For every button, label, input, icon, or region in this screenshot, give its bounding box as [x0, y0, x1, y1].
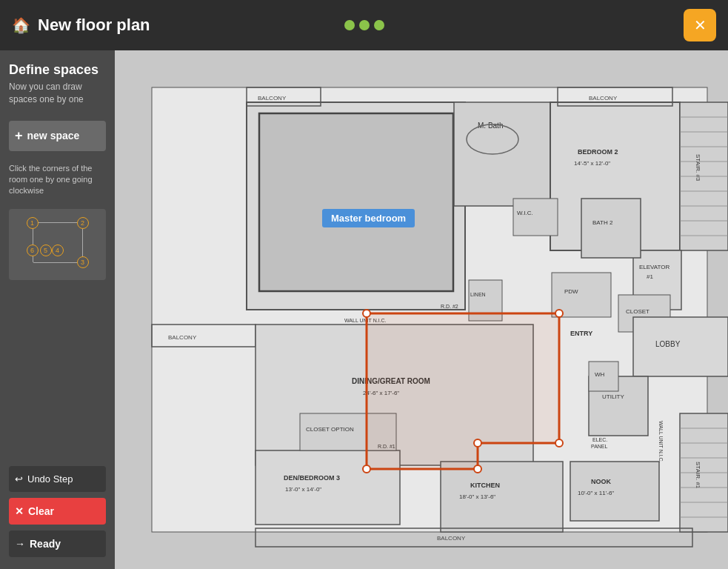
svg-text:WH: WH	[595, 371, 605, 378]
svg-text:WALL UNIT N.I.C.: WALL UNIT N.I.C.	[658, 421, 664, 463]
window-controls	[344, 20, 384, 30]
master-bedroom-label: Master bedroom	[322, 209, 415, 227]
svg-point-81	[474, 439, 481, 447]
svg-text:UTILITY: UTILITY	[602, 393, 624, 400]
plus-icon: +	[15, 128, 23, 144]
svg-text:CLOSET OPTION: CLOSET OPTION	[306, 426, 354, 433]
svg-text:R.D. #2: R.D. #2	[441, 304, 458, 309]
new-space-label: new space	[27, 130, 80, 142]
ready-button[interactable]: → Ready	[9, 530, 106, 557]
svg-text:#1: #1	[647, 273, 653, 280]
svg-rect-4	[454, 102, 550, 206]
svg-text:NOOK: NOOK	[591, 478, 612, 485]
undo-icon: ↩	[15, 473, 23, 485]
clear-button[interactable]: ✕ Clear	[9, 498, 106, 525]
svg-text:BEDROOM 2: BEDROOM 2	[578, 148, 618, 156]
svg-text:BALCONY: BALCONY	[168, 334, 197, 341]
home-icon: 🏠	[12, 16, 30, 34]
dot-3	[374, 20, 384, 30]
undo-button[interactable]: ↩ Undo Step	[9, 466, 106, 492]
dot-1	[344, 20, 355, 30]
svg-text:LOBBY: LOBBY	[655, 340, 681, 348]
svg-text:LINEN: LINEN	[470, 292, 486, 297]
svg-text:STAIR. #1: STAIR. #1	[695, 462, 701, 489]
svg-text:W.I.C.: W.I.C.	[517, 210, 533, 216]
arrow-icon: →	[15, 538, 25, 550]
svg-point-79	[363, 465, 370, 473]
svg-text:PANEL: PANEL	[591, 444, 608, 449]
svg-text:10'-0" x 11'-6": 10'-0" x 11'-6"	[578, 490, 614, 496]
svg-text:BALCONY: BALCONY	[589, 95, 618, 102]
svg-text:ENTRY: ENTRY	[570, 330, 592, 337]
corner-1: 1	[27, 217, 39, 229]
spacer	[9, 289, 106, 457]
sidebar-title: Define spaces	[9, 62, 106, 78]
corner-3: 3	[77, 256, 89, 268]
floorplan-svg: M. Bath BEDROOM 2 14'-5" x 12'-0" BALCON…	[115, 50, 728, 569]
new-space-button[interactable]: + new space	[9, 121, 106, 151]
floorplan-container: M. Bath BEDROOM 2 14'-5" x 12'-0" BALCON…	[115, 50, 728, 569]
undo-label: Undo Step	[27, 473, 73, 485]
svg-point-80	[474, 465, 481, 473]
svg-rect-28	[513, 199, 558, 236]
svg-text:18'-0" x 13'-6": 18'-0" x 13'-6"	[459, 493, 495, 500]
clear-label: Clear	[28, 505, 54, 517]
svg-rect-37	[633, 317, 728, 376]
main-layout: Define spaces Now you can draw spaces on…	[0, 50, 728, 569]
corner-4: 4	[52, 244, 64, 256]
corner-diagram: 1 2 3 4 5 6	[9, 209, 106, 280]
svg-point-83	[555, 310, 563, 317]
svg-point-82	[555, 439, 563, 447]
corner-2: 2	[77, 217, 89, 229]
svg-text:BALCONY: BALCONY	[258, 95, 287, 102]
svg-text:13'-0" x 14'-0": 13'-0" x 14'-0"	[285, 486, 321, 493]
svg-text:ELEC.: ELEC.	[592, 437, 607, 442]
svg-text:BATH 2: BATH 2	[592, 219, 613, 226]
sidebar-header: Define spaces Now you can draw spaces on…	[9, 62, 106, 106]
header: 🏠 New floor plan ✕	[0, 0, 728, 50]
clear-icon: ✕	[15, 505, 24, 517]
svg-text:STAIR. #3: STAIR. #3	[695, 154, 701, 182]
svg-point-78	[363, 310, 370, 317]
svg-text:KITCHEN: KITCHEN	[470, 482, 500, 489]
svg-rect-3	[259, 113, 453, 291]
canvas-area[interactable]: M. Bath BEDROOM 2 14'-5" x 12'-0" BALCON…	[115, 50, 728, 569]
svg-text:14'-5" x 12'-0": 14'-5" x 12'-0"	[574, 160, 610, 167]
bottom-buttons: ↩ Undo Step ✕ Clear → Ready	[9, 466, 106, 557]
app-title: New floor plan	[38, 16, 150, 35]
instructions-text: Click the corners of the room one by one…	[9, 163, 106, 197]
ready-label: Ready	[30, 538, 61, 550]
corner-6: 6	[27, 244, 39, 256]
svg-text:PDW: PDW	[564, 288, 578, 295]
svg-text:DEN/BEDROOM 3: DEN/BEDROOM 3	[284, 474, 340, 482]
dot-2	[359, 20, 370, 30]
svg-rect-30	[581, 199, 641, 258]
corner-5: 5	[40, 244, 52, 256]
sidebar-subtitle: Now you can draw spaces one by one	[9, 81, 106, 106]
svg-text:ELEVATOR: ELEVATOR	[639, 264, 670, 270]
svg-text:CLOSET: CLOSET	[626, 308, 649, 315]
sidebar: Define spaces Now you can draw spaces on…	[0, 50, 115, 569]
svg-text:BALCONY: BALCONY	[437, 535, 466, 542]
close-button[interactable]: ✕	[684, 9, 716, 41]
